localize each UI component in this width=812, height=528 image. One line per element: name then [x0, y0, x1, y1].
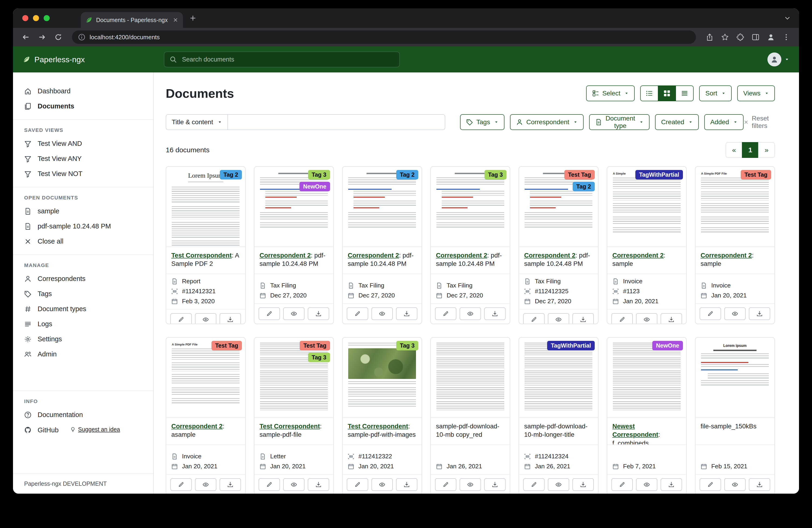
download-document-button[interactable] [396, 478, 417, 491]
sidebar-item-sample[interactable]: sample [13, 204, 153, 219]
correspondent-link[interactable]: Test Correspondent [260, 423, 320, 430]
document-card-title[interactable]: Correspondent 2: pdf-sample 10.24.48 PM [255, 247, 333, 274]
document-thumbnail[interactable]: Tag 2 [343, 167, 422, 247]
select-button[interactable]: Select [586, 85, 635, 101]
tag-badge[interactable]: NewOne [300, 182, 330, 191]
sidebar-item-close-all[interactable]: Close all [13, 234, 153, 249]
download-document-button[interactable] [661, 313, 682, 324]
tag-badge[interactable]: Test Tag [564, 170, 595, 180]
edit-document-button[interactable] [347, 308, 368, 320]
document-card-title[interactable]: sample-pdf-download-10-mb-longer-title [519, 418, 598, 445]
document-card-title[interactable]: Test Correspondent: sample-pdf-with-imag… [343, 418, 422, 445]
back-button[interactable] [19, 31, 32, 43]
edit-document-button[interactable] [700, 478, 721, 491]
close-window-button[interactable] [22, 15, 28, 21]
document-card-title[interactable]: Test Correspondent: A Sample PDF 2 [166, 247, 245, 274]
reload-button[interactable] [52, 31, 64, 43]
edit-document-button[interactable] [611, 313, 633, 324]
zoom-window-button[interactable] [44, 15, 50, 21]
view-document-button[interactable] [636, 313, 657, 324]
view-document-button[interactable] [460, 478, 481, 491]
document-thumbnail[interactable]: Test TagTag 3 [255, 338, 333, 418]
document-card-title[interactable]: Correspondent 2: pdf-sample 10.24.48 PM [343, 247, 422, 274]
view-document-button[interactable] [460, 308, 481, 320]
minimize-window-button[interactable] [33, 15, 39, 21]
view-document-button[interactable] [548, 313, 569, 324]
search-input[interactable] [181, 56, 394, 63]
sidebar-item-document-types[interactable]: Document types [13, 301, 153, 316]
list-view-button[interactable] [640, 85, 658, 101]
view-document-button[interactable] [548, 478, 569, 491]
filter-document-type-button[interactable]: Document type [589, 114, 650, 130]
download-document-button[interactable] [572, 313, 594, 324]
tag-badge[interactable]: Tag 3 [308, 353, 330, 362]
filter-correspondent-button[interactable]: Correspondent [510, 114, 583, 130]
tag-badge[interactable]: Tag 3 [484, 170, 507, 180]
sidebar-item-settings[interactable]: Settings [13, 331, 153, 347]
document-thumbnail[interactable]: TagWithPartial [519, 338, 598, 418]
download-document-button[interactable] [396, 308, 417, 320]
views-button[interactable]: Views [737, 85, 775, 101]
edit-document-button[interactable] [347, 478, 368, 491]
tag-badge[interactable]: NewOne [652, 341, 683, 351]
sidebar-item-github[interactable]: GitHubSuggest an idea [13, 422, 153, 438]
bookmark-button[interactable] [719, 31, 731, 43]
document-card-title[interactable]: Correspondent 2: asample [166, 418, 245, 445]
correspondent-link[interactable]: Test Correspondent [348, 423, 408, 430]
filter-created-button[interactable]: Created [655, 114, 699, 130]
tag-badge[interactable]: Test Tag [300, 341, 330, 351]
document-card-title[interactable]: Correspondent 2: pdf-sample 10.24.48 PM [431, 247, 510, 274]
tag-badge[interactable]: Tag 2 [573, 182, 595, 191]
document-card-title[interactable]: file-sample_150kBs [695, 418, 774, 445]
sidebar-item-correspondents[interactable]: Correspondents [13, 271, 153, 286]
view-document-button[interactable] [195, 478, 216, 491]
tab-search-button[interactable] [784, 8, 791, 28]
download-document-button[interactable] [484, 308, 506, 320]
edit-document-button[interactable] [170, 313, 192, 324]
reset-filters-button[interactable]: Reset filters [743, 115, 775, 130]
previous-page-button[interactable]: « [726, 142, 742, 158]
edit-document-button[interactable] [170, 478, 192, 491]
document-card-title[interactable]: Correspondent 2: sample [695, 247, 774, 274]
edit-document-button[interactable] [435, 308, 456, 320]
sidebar-item-documentation[interactable]: Documentation [13, 407, 153, 422]
document-thumbnail[interactable]: NewOne [607, 338, 686, 418]
title-content-dropdown[interactable]: Title & content [166, 114, 228, 130]
tag-badge[interactable]: Tag 2 [396, 170, 418, 180]
document-thumbnail[interactable]: Tag 3NewOne [255, 167, 333, 247]
sidebar-item-tags[interactable]: Tags [13, 286, 153, 301]
share-button[interactable] [704, 31, 716, 43]
correspondent-link[interactable]: Correspondent 2 [700, 252, 752, 259]
document-thumbnail[interactable]: A Simple PDF FileTest Tag [695, 167, 774, 247]
tag-badge[interactable]: Test Tag [212, 341, 242, 351]
sidebar-item-dashboard[interactable]: Dashboard [13, 84, 153, 99]
document-thumbnail[interactable] [431, 338, 510, 418]
document-card-title[interactable]: Correspondent 2: sample [607, 247, 686, 274]
view-document-button[interactable] [724, 478, 745, 491]
view-document-button[interactable] [195, 313, 216, 324]
sidebar-item-test-view-not[interactable]: Test View NOT [13, 166, 153, 181]
download-document-button[interactable] [220, 478, 241, 491]
download-document-button[interactable] [308, 308, 329, 320]
next-page-button[interactable]: » [758, 142, 775, 158]
view-document-button[interactable] [372, 478, 393, 491]
document-thumbnail[interactable]: Tag 3 [343, 338, 422, 418]
close-tab-button[interactable] [173, 17, 178, 23]
tag-badge[interactable]: Tag 2 [220, 170, 242, 180]
tag-badge[interactable]: TagWithPartial [547, 341, 595, 351]
sidebar-item-test-view-and[interactable]: Test View AND [13, 136, 153, 151]
document-card-title[interactable]: Test Correspondent: sample-pdf-file [255, 418, 333, 445]
sidebar-item-documents[interactable]: Documents [13, 99, 153, 114]
correspondent-link[interactable]: Correspondent 2 [348, 252, 399, 259]
correspondent-link[interactable]: Correspondent 2 [171, 423, 222, 430]
tag-badge[interactable]: Tag 3 [396, 341, 418, 351]
document-card-title[interactable]: sample-pdf-download-10-mb copy_red [431, 418, 510, 445]
edit-document-button[interactable] [523, 313, 545, 324]
download-document-button[interactable] [484, 478, 506, 491]
document-thumbnail[interactable]: Tag 3 [431, 167, 510, 247]
address-bar[interactable]: localhost:4200/documents [72, 30, 696, 44]
tag-badge[interactable]: Tag 3 [308, 170, 330, 180]
tag-badge[interactable]: Test Tag [741, 170, 771, 180]
filter-query-input[interactable] [228, 114, 445, 130]
correspondent-link[interactable]: Correspondent 2 [612, 252, 664, 259]
